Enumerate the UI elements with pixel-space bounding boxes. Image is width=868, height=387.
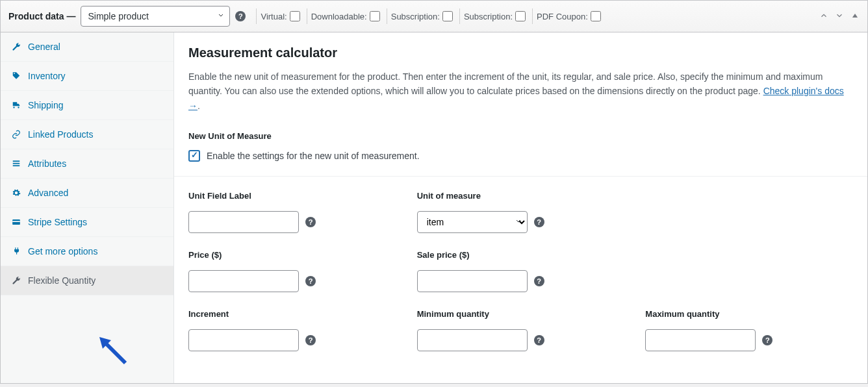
wrench-icon	[11, 42, 21, 52]
min-qty-label: Minimum quantity	[417, 309, 625, 319]
sidebar-item-shipping[interactable]: Shipping	[1, 91, 173, 120]
enable-unit-checkbox[interactable]	[188, 150, 200, 162]
sidebar-item-label: Shipping	[28, 100, 64, 110]
subscription2-check-label: Subscription:	[459, 8, 530, 24]
content-panel: Measurement calculator Enable the new un…	[174, 32, 867, 383]
max-qty-input[interactable]	[645, 329, 756, 351]
sidebar-item-label: Flexible Quantity	[28, 275, 96, 286]
field-max-qty: Maximum quantity ?	[645, 309, 853, 351]
collapse-button[interactable]	[850, 11, 860, 22]
svg-rect-3	[13, 165, 20, 166]
panel-title: Product data —	[8, 11, 75, 21]
sidebar-item-label: General	[28, 42, 60, 52]
content-title: Measurement calculator	[188, 45, 853, 60]
field-min-qty: Minimum quantity ?	[417, 309, 625, 351]
list-icon	[11, 158, 21, 169]
sidebar-item-general[interactable]: General	[1, 32, 173, 62]
help-icon[interactable]: ?	[305, 217, 316, 227]
sidebar-item-stripe[interactable]: Stripe Settings	[1, 208, 173, 237]
pdfcoupon-checkbox[interactable]	[591, 11, 601, 21]
sidebar-item-getmore[interactable]: Get more options	[1, 237, 173, 266]
help-icon[interactable]: ?	[534, 335, 544, 345]
field-increment: Increment ?	[188, 309, 396, 351]
increment-input[interactable]	[188, 329, 299, 351]
sidebar-item-label: Linked Products	[28, 129, 93, 140]
pdfcoupon-check-label: PDF Coupon:	[532, 8, 605, 24]
move-down-button[interactable]	[835, 11, 844, 22]
truck-icon	[11, 100, 21, 110]
downloadable-checkbox[interactable]	[370, 11, 380, 21]
price-label: Price ($)	[188, 250, 396, 260]
sidebar-item-label: Inventory	[28, 71, 66, 81]
field-sale-price: Sale price ($) ?	[417, 250, 625, 292]
sidebar-item-label: Advanced	[28, 188, 68, 198]
unit-of-measure-label: Unit of measure	[417, 191, 625, 201]
subscription-check-label: Subscription:	[387, 8, 457, 24]
enable-unit-label: Enable the settings for the new unit of …	[207, 151, 420, 161]
product-tabs-sidebar: General Inventory Shipping Linked Produc…	[1, 32, 174, 383]
panel-header: Product data — Simple product ? Virtual:…	[1, 1, 867, 32]
field-unit-of-measure: Unit of measure item ?	[417, 191, 625, 233]
sale-price-label: Sale price ($)	[417, 250, 625, 260]
sidebar-item-inventory[interactable]: Inventory	[1, 62, 173, 91]
svg-rect-1	[13, 160, 20, 162]
help-icon[interactable]: ?	[235, 11, 246, 21]
subscription-checkbox[interactable]	[442, 11, 453, 21]
divider	[174, 176, 867, 177]
header-check-group: Virtual: Downloadable: Subscription: Sub…	[256, 8, 604, 24]
tag-icon	[11, 71, 21, 81]
sidebar-item-attributes[interactable]: Attributes	[1, 149, 173, 179]
virtual-checkbox[interactable]	[290, 11, 300, 21]
product-type-select[interactable]: Simple product	[81, 6, 230, 27]
downloadable-check-label: Downloadable:	[307, 8, 384, 24]
gear-icon	[11, 188, 21, 198]
sidebar-item-flexible-quantity[interactable]: Flexible Quantity	[1, 266, 173, 295]
help-icon[interactable]: ?	[762, 335, 772, 345]
svg-marker-0	[852, 14, 858, 18]
help-icon[interactable]: ?	[305, 335, 316, 345]
max-qty-label: Maximum quantity	[645, 309, 853, 319]
subscription2-checkbox[interactable]	[515, 11, 526, 21]
move-up-button[interactable]	[819, 11, 828, 22]
increment-label: Increment	[188, 309, 396, 319]
unit-field-label-label: Unit Field Label	[188, 191, 396, 201]
content-description: Enable the new unit of measurement for t…	[188, 69, 853, 113]
sidebar-item-label: Stripe Settings	[28, 217, 87, 227]
unit-of-measure-select[interactable]: item	[417, 211, 528, 233]
wrench-icon	[11, 275, 21, 286]
price-input[interactable]	[188, 270, 299, 292]
sidebar-item-linked[interactable]: Linked Products	[1, 120, 173, 149]
sidebar-item-label: Get more options	[28, 246, 97, 256]
sidebar-item-label: Attributes	[28, 158, 66, 169]
card-icon	[11, 217, 21, 227]
min-qty-input[interactable]	[417, 329, 528, 351]
svg-rect-2	[13, 163, 20, 164]
unit-field-label-input[interactable]	[188, 211, 299, 233]
sidebar-item-advanced[interactable]: Advanced	[1, 179, 173, 208]
link-icon	[11, 129, 21, 140]
help-icon[interactable]: ?	[534, 276, 544, 286]
virtual-check-label: Virtual:	[256, 8, 303, 24]
field-unit-label: Unit Field Label ?	[188, 191, 396, 233]
plug-icon	[11, 246, 21, 256]
svg-rect-5	[12, 221, 20, 222]
help-icon[interactable]: ?	[534, 217, 544, 227]
field-price: Price ($) ?	[188, 250, 396, 292]
sale-price-input[interactable]	[417, 270, 528, 292]
help-icon[interactable]: ?	[305, 276, 316, 286]
section-label: New Unit of Measure	[188, 131, 853, 141]
